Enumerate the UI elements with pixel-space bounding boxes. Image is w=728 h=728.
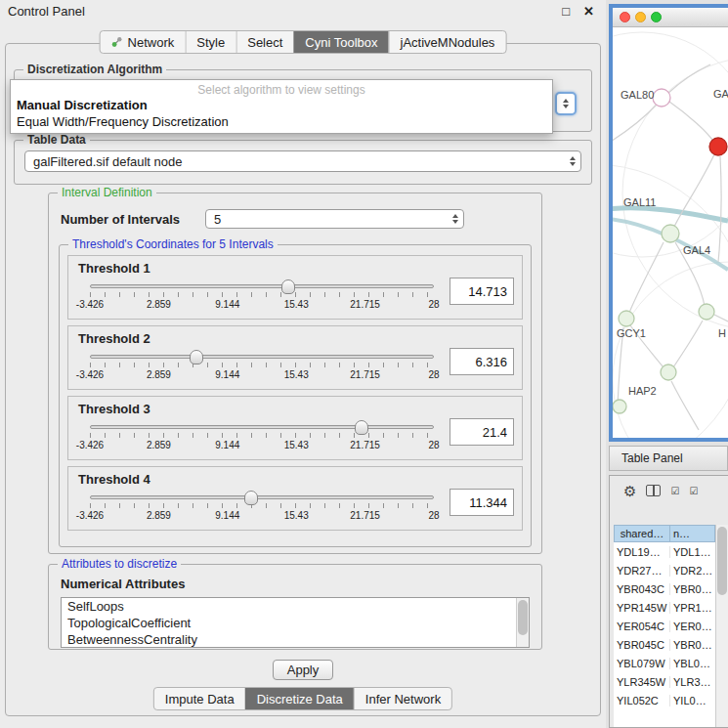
mac-minimize-button[interactable] bbox=[635, 12, 646, 22]
scale-label: -3.426 bbox=[76, 369, 104, 380]
tab-network[interactable]: Network bbox=[101, 31, 186, 53]
scrollbar-thumb[interactable] bbox=[717, 527, 727, 595]
combo-value: galFiltered.sif default node bbox=[33, 154, 565, 169]
node-label: HAP2 bbox=[628, 385, 657, 397]
node-label: GAL4 bbox=[683, 244, 710, 256]
scale-label: -3.426 bbox=[76, 299, 104, 310]
table-row[interactable]: YLR345WYLR3… bbox=[614, 672, 715, 691]
scale-label: 21.715 bbox=[350, 299, 380, 310]
column-header-name[interactable]: n… bbox=[670, 525, 715, 542]
threshold-label: Threshold 1 bbox=[78, 261, 514, 276]
algorithm-combo-spinner[interactable] bbox=[555, 92, 577, 115]
table-row[interactable]: YBR045CYBR0… bbox=[614, 635, 715, 654]
node-gcy1[interactable] bbox=[619, 311, 634, 326]
tab-style[interactable]: Style bbox=[185, 31, 236, 53]
slider-thumb[interactable] bbox=[355, 420, 368, 435]
list-item[interactable]: BetweennessCentrality bbox=[62, 631, 529, 648]
scrollbar-thumb[interactable] bbox=[518, 600, 528, 635]
tab-select[interactable]: Select bbox=[236, 31, 293, 53]
close-icon[interactable]: ✕ bbox=[583, 5, 594, 18]
numerical-attributes-list[interactable]: SelfLoops TopologicalCoefficient Between… bbox=[61, 597, 530, 648]
cell: YER054C bbox=[614, 621, 670, 632]
node-hap2[interactable] bbox=[661, 364, 676, 380]
table-data-combo[interactable]: galFiltered.sif default node bbox=[24, 150, 581, 172]
threshold-3-slider[interactable]: -3.426 2.859 9.144 15.43 21.715 28 bbox=[90, 416, 434, 450]
node-gal4[interactable] bbox=[662, 225, 679, 242]
threshold-label: Threshold 4 bbox=[78, 472, 514, 487]
cell: YLR3… bbox=[670, 676, 715, 688]
mac-zoom-button[interactable] bbox=[651, 12, 662, 22]
slider-track[interactable] bbox=[90, 495, 434, 499]
dropdown-placeholder: Select algorithm to view settings bbox=[11, 80, 552, 97]
network-window-titlebar bbox=[613, 8, 728, 27]
control-panel-titlebar: Control Panel □ ✕ bbox=[0, 0, 606, 21]
table-scrollbar[interactable] bbox=[715, 525, 728, 727]
slider-track[interactable] bbox=[90, 355, 434, 359]
threshold-2-slider[interactable]: -3.426 2.859 9.144 15.43 21.715 28 bbox=[90, 346, 434, 380]
node-label-partial: GA bbox=[713, 88, 728, 100]
node-gal80[interactable] bbox=[653, 89, 670, 107]
slider-thumb[interactable] bbox=[190, 350, 203, 364]
threshold-3-value-field[interactable] bbox=[450, 418, 514, 446]
threshold-2-value-field[interactable] bbox=[450, 348, 514, 375]
select-all-checkbox-icon[interactable]: ☑ bbox=[670, 486, 679, 496]
slider-thumb[interactable] bbox=[281, 279, 295, 294]
network-canvas[interactable]: GAL80 GAL11 GAL4 GCY1 HAP2 GA H bbox=[613, 27, 728, 438]
slider-scale: -3.426 2.859 9.144 15.43 21.715 28 bbox=[90, 299, 434, 310]
gear-icon[interactable]: ⚙ bbox=[623, 484, 636, 498]
list-item[interactable]: TopologicalCoefficient bbox=[62, 615, 529, 631]
tab-discretize-data[interactable]: Discretize Data bbox=[245, 688, 354, 709]
select-column-checkbox-icon[interactable]: ☑ bbox=[689, 486, 698, 496]
threshold-3-panel: Threshold 3 -3.426 2.859 9.144 15.43 bbox=[67, 396, 523, 460]
tab-jactivemodules[interactable]: jActiveMNodules bbox=[389, 31, 506, 53]
cell: YBL079W bbox=[614, 658, 670, 669]
column-header-shared-name[interactable]: shared… bbox=[614, 525, 670, 542]
table-row[interactable]: YDL19…YDL1… bbox=[614, 542, 715, 561]
table-row[interactable]: YER054CYER0… bbox=[614, 617, 715, 635]
float-window-icon[interactable]: □ bbox=[562, 5, 570, 18]
table-row[interactable]: YBR043CYBR0… bbox=[614, 579, 715, 598]
table-row[interactable]: YDR27…YDR2… bbox=[614, 561, 715, 579]
layout-ring bbox=[613, 262, 728, 438]
tab-infer-network[interactable]: Infer Network bbox=[354, 688, 451, 709]
table-panel-header: Table Panel bbox=[609, 446, 728, 471]
scale-label: 2.859 bbox=[147, 440, 171, 450]
table-row[interactable]: YBL079WYBL0… bbox=[614, 654, 715, 672]
table-row[interactable]: YPR145WYPR1… bbox=[614, 598, 715, 617]
scale-label: -3.426 bbox=[76, 510, 104, 521]
threshold-1-slider[interactable]: -3.426 2.859 9.144 15.43 21.715 28 bbox=[90, 276, 434, 310]
mac-close-button[interactable] bbox=[620, 12, 630, 22]
slider-thumb[interactable] bbox=[244, 491, 258, 505]
control-panel-window: Control Panel □ ✕ Discretization Algorit… bbox=[0, 0, 606, 728]
tab-label: Infer Network bbox=[365, 692, 441, 707]
threshold-1-value-field[interactable] bbox=[450, 278, 514, 305]
columns-icon[interactable] bbox=[646, 485, 661, 496]
list-item[interactable]: SelfLoops bbox=[62, 598, 529, 615]
slider-track[interactable] bbox=[90, 425, 434, 429]
tab-label: Cyni Toolbox bbox=[305, 35, 377, 50]
dropdown-option-manual-discretization[interactable]: Manual Discretization bbox=[11, 97, 552, 113]
node-unlabeled[interactable] bbox=[699, 304, 714, 320]
tab-cyni-toolbox[interactable]: Cyni Toolbox bbox=[293, 31, 388, 53]
list-scrollbar[interactable] bbox=[516, 598, 529, 647]
threshold-label: Threshold 3 bbox=[78, 402, 514, 416]
dropdown-option-equal-width-frequency[interactable]: Equal Width/Frequency Discretization bbox=[11, 113, 552, 130]
table-panel: ⚙ ☑ ☑ shared… n… YDL19…YDL1… YDR27…YDR2…… bbox=[609, 475, 728, 728]
threshold-4-value-field[interactable] bbox=[450, 489, 514, 516]
scale-label: 15.43 bbox=[284, 510, 309, 521]
threshold-4-slider[interactable]: -3.426 2.859 9.144 15.43 21.715 28 bbox=[90, 487, 434, 521]
tab-impute-data[interactable]: Impute Data bbox=[154, 688, 245, 709]
network-icon bbox=[111, 36, 123, 48]
table-data-group: Table Data galFiltered.sif default node bbox=[14, 140, 592, 185]
apply-button[interactable]: Apply bbox=[273, 660, 333, 680]
threshold-1-panel: Threshold 1 -3.426 2.859 9.144 15.43 bbox=[67, 255, 523, 320]
group-title-discretization-algorithm: Discretization Algorithm bbox=[23, 63, 166, 76]
num-intervals-combo[interactable]: 5 bbox=[205, 209, 464, 229]
node-selected-red[interactable] bbox=[709, 138, 727, 155]
slider-track[interactable] bbox=[90, 284, 434, 288]
threshold-2-panel: Threshold 2 -3.426 2.859 9.144 15.43 bbox=[67, 325, 523, 390]
cell: YBR0… bbox=[670, 583, 715, 595]
node-unlabeled[interactable] bbox=[613, 400, 626, 413]
table-row[interactable]: YIL052CYIL0… bbox=[614, 691, 715, 709]
network-view-window: GAL80 GAL11 GAL4 GCY1 HAP2 GA H bbox=[609, 4, 728, 442]
